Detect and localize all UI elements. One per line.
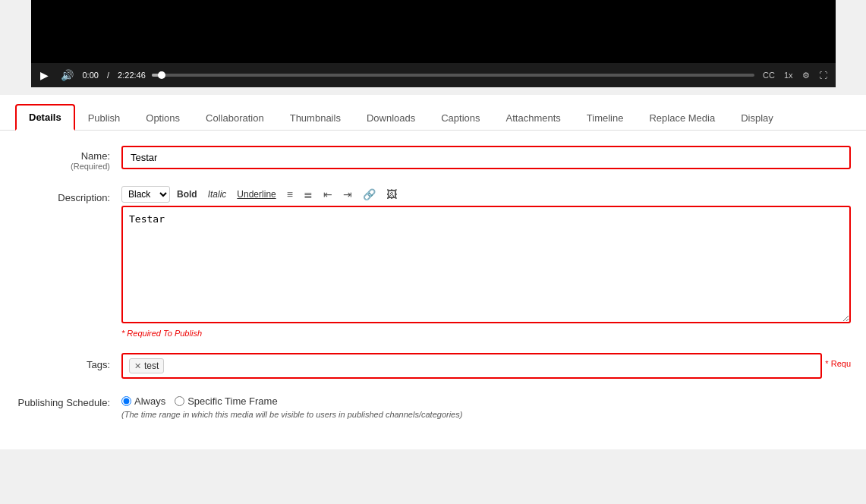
tab-timeline[interactable]: Timeline [574, 106, 637, 130]
tags-field: ✕ test * Requ [121, 353, 851, 379]
tags-label: Tags: [15, 353, 121, 370]
name-input[interactable] [121, 146, 851, 169]
speed-button[interactable]: 1x [782, 69, 795, 81]
tab-replace-media[interactable]: Replace Media [636, 106, 728, 130]
progress-dot [158, 71, 165, 79]
tags-required-note: * Requ [822, 353, 851, 368]
tab-attachments[interactable]: Attachments [493, 106, 574, 130]
italic-button[interactable]: Italic [204, 187, 231, 201]
tags-row: Tags: ✕ test * Requ [15, 353, 851, 379]
underline-button[interactable]: Underline [233, 187, 279, 201]
name-row: Name: (Required) [15, 146, 851, 171]
video-controls: ▶ 🔊 0:00 / 2:22:46 CC 1x ⚙ ⛶ [31, 63, 836, 87]
tags-input-container[interactable]: ✕ test [121, 353, 822, 379]
radio-always[interactable] [121, 396, 131, 406]
required-to-publish-note: * Required To Publish [121, 329, 851, 338]
color-select[interactable]: Black Red Blue Green [121, 186, 170, 203]
tab-publish[interactable]: Publish [75, 106, 134, 130]
description-toolbar: Black Red Blue Green Bold Italic Underli… [121, 186, 851, 203]
tag-item: ✕ test [129, 358, 164, 373]
radio-specific[interactable] [175, 396, 184, 406]
tag-label: test [144, 361, 159, 371]
tab-options[interactable]: Options [133, 106, 193, 130]
list-ordered-button[interactable]: ≣ [300, 187, 316, 202]
list-unordered-button[interactable]: ≡ [283, 187, 297, 202]
tab-thumbnails[interactable]: Thumbnails [277, 106, 354, 130]
tab-display[interactable]: Display [728, 106, 786, 130]
align-right-button[interactable]: ⇥ [339, 187, 356, 202]
radio-group: Always Specific Time Frame [121, 394, 851, 407]
tag-remove-button[interactable]: ✕ [134, 361, 141, 371]
time-separator: / [105, 71, 112, 80]
right-controls: CC 1x ⚙ ⛶ [761, 69, 830, 82]
align-left-button[interactable]: ⇤ [320, 187, 336, 202]
settings-button[interactable]: ⚙ [800, 69, 812, 82]
link-button[interactable]: 🔗 [359, 187, 379, 202]
play-button[interactable]: ▶ [37, 68, 52, 83]
tab-collaboration[interactable]: Collaboration [193, 106, 277, 130]
progress-bar[interactable] [152, 74, 754, 77]
current-time: 0:00 [83, 71, 99, 80]
publishing-schedule-field: Always Specific Time Frame (The time ran… [121, 394, 851, 419]
main-content: Name: (Required) Description: Black Red … [0, 131, 866, 449]
image-icon: 🖼 [386, 188, 397, 200]
publishing-schedule-label: Publishing Schedule: [15, 394, 121, 408]
video-player: ▶ 🔊 0:00 / 2:22:46 CC 1x ⚙ ⛶ [31, 0, 836, 87]
fullscreen-button[interactable]: ⛶ [817, 69, 830, 81]
name-label: Name: (Required) [15, 146, 121, 171]
tabs-container: Details Publish Options Collaboration Th… [0, 95, 866, 131]
link-icon: 🔗 [363, 188, 376, 200]
align-left-icon: ⇤ [323, 188, 332, 200]
image-button[interactable]: 🖼 [383, 187, 401, 202]
tab-downloads[interactable]: Downloads [354, 106, 428, 130]
publishing-note: (The time range in which this media will… [121, 410, 851, 419]
description-field: Black Red Blue Green Bold Italic Underli… [121, 186, 851, 338]
tab-details[interactable]: Details [15, 104, 75, 131]
list-ordered-icon: ≣ [304, 188, 313, 200]
name-field [121, 146, 851, 169]
total-duration: 2:22:46 [118, 71, 146, 80]
tab-captions[interactable]: Captions [428, 106, 493, 130]
volume-button[interactable]: 🔊 [58, 68, 77, 83]
publishing-schedule-row: Publishing Schedule: Always Specific Tim… [15, 394, 851, 419]
description-label: Description: [15, 186, 121, 203]
description-textarea[interactable]: Testar [121, 206, 851, 323]
bold-button[interactable]: Bold [173, 187, 201, 201]
cc-button[interactable]: CC [761, 69, 777, 81]
radio-specific-label[interactable]: Specific Time Frame [175, 395, 277, 407]
align-right-icon: ⇥ [343, 188, 352, 200]
list-unordered-icon: ≡ [287, 188, 293, 200]
radio-always-label[interactable]: Always [121, 395, 165, 407]
description-row: Description: Black Red Blue Green Bold I… [15, 186, 851, 338]
